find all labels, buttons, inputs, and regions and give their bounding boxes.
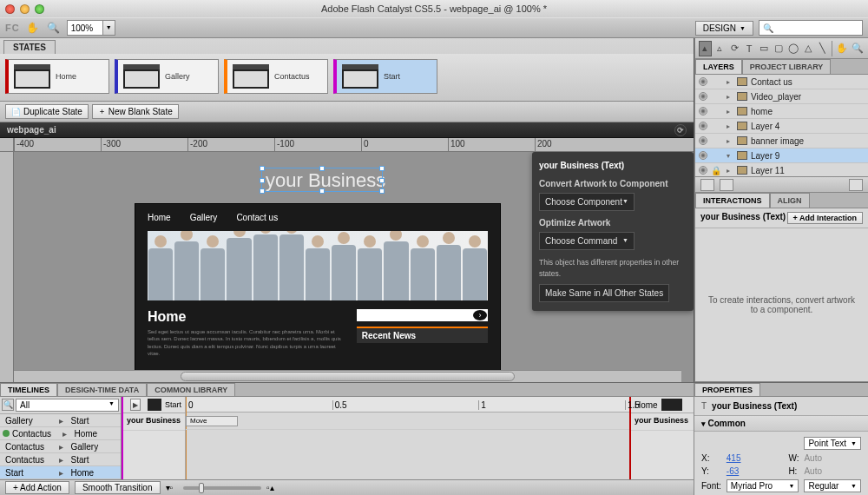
zoom-out-icon[interactable]: ▾▫ bbox=[166, 483, 174, 492]
triangle-tool-icon[interactable]: △ bbox=[801, 41, 814, 56]
text-type-dropdown[interactable]: Point Text▼ bbox=[804, 437, 861, 450]
magnify-tool-icon[interactable]: 🔍 bbox=[46, 20, 62, 36]
help-search-input[interactable]: 🔍 bbox=[759, 20, 863, 36]
refresh-icon[interactable]: ⟳ bbox=[674, 124, 687, 136]
right-panels: ▴ ▵ ⟳ T ▭ ▢ ◯ △ ╲ ✋ 🔍 LAYERS PROJECT LIB… bbox=[694, 38, 868, 382]
transform-tool-icon[interactable]: ⟳ bbox=[728, 41, 741, 56]
play-button[interactable]: ▶ bbox=[130, 399, 141, 411]
visibility-icon[interactable] bbox=[699, 107, 707, 116]
h-label: H: bbox=[788, 466, 799, 476]
timeline-bar-move[interactable]: Move bbox=[186, 416, 238, 426]
visibility-icon[interactable] bbox=[699, 136, 707, 145]
new-layer-icon[interactable] bbox=[700, 179, 714, 191]
state-home[interactable]: Home bbox=[5, 59, 109, 94]
font-label: Font: bbox=[701, 481, 721, 491]
zoom-tool-icon[interactable]: 🔍 bbox=[851, 41, 865, 56]
select-tool-icon[interactable]: ▴ bbox=[699, 41, 712, 56]
ruler-horizontal: -400-300-200-1000100200300400 bbox=[14, 138, 694, 152]
page-search[interactable]: › bbox=[357, 309, 488, 321]
chevron-down-icon[interactable]: ▼ bbox=[102, 21, 115, 35]
selection-outline bbox=[261, 168, 383, 192]
layer-home[interactable]: ▸home bbox=[695, 104, 868, 119]
delete-layer-icon[interactable] bbox=[849, 179, 863, 191]
ellipse-tool-icon[interactable]: ◯ bbox=[786, 41, 799, 56]
tab-interactions[interactable]: INTERACTIONS bbox=[695, 193, 770, 208]
filter-icon[interactable]: 🔍 bbox=[2, 399, 14, 411]
ruler-origin[interactable] bbox=[0, 138, 14, 152]
visibility-icon[interactable] bbox=[699, 166, 707, 175]
transition-row[interactable]: Gallery▸Start bbox=[0, 414, 121, 427]
font-weight-dropdown[interactable]: Regular▼ bbox=[804, 479, 861, 492]
y-value[interactable]: -63 bbox=[727, 466, 784, 476]
document-name: webpage_ai bbox=[7, 125, 56, 135]
text-tool-icon[interactable]: T bbox=[743, 41, 756, 56]
common-section-header[interactable]: ▾ Common bbox=[694, 416, 868, 432]
interactions-empty-message: To create interactions, convert artwork … bbox=[695, 228, 868, 381]
tab-timelines[interactable]: TIMELINES bbox=[0, 383, 57, 396]
visibility-icon[interactable] bbox=[699, 151, 707, 160]
go-icon[interactable]: › bbox=[473, 310, 487, 320]
zoom-control[interactable]: ▼ bbox=[67, 20, 115, 36]
hand-tool-icon-2[interactable]: ✋ bbox=[835, 41, 849, 56]
state-gallery[interactable]: Gallery bbox=[115, 59, 219, 94]
tab-design-time-data[interactable]: DESIGN-TIME DATA bbox=[57, 383, 147, 396]
nav-contact[interactable]: Contact us bbox=[236, 213, 278, 222]
tab-project-library[interactable]: PROJECT LIBRARY bbox=[742, 59, 832, 74]
optimize-artwork-dropdown[interactable]: Choose Command▼ bbox=[539, 232, 635, 250]
playhead[interactable] bbox=[186, 397, 187, 479]
new-blank-state-button[interactable]: ＋ New Blank State bbox=[92, 104, 179, 119]
layer-11[interactable]: 🔒▸Layer 11 bbox=[695, 163, 868, 177]
hand-tool-icon[interactable]: ✋ bbox=[25, 20, 41, 36]
smooth-transition-button[interactable]: Smooth Transition bbox=[75, 481, 161, 494]
tab-layers[interactable]: LAYERS bbox=[695, 59, 742, 74]
lock-icon[interactable]: 🔒 bbox=[711, 166, 720, 175]
tab-properties[interactable]: PROPERTIES bbox=[694, 383, 760, 396]
nav-gallery[interactable]: Gallery bbox=[190, 213, 218, 222]
transition-row[interactable]: Contactus▸Gallery bbox=[0, 440, 121, 453]
layer-4[interactable]: ▸Layer 4 bbox=[695, 119, 868, 134]
timelines-panel: TIMELINES DESIGN-TIME DATA COMMON LIBRAR… bbox=[0, 383, 694, 495]
add-interaction-button[interactable]: + Add Interaction bbox=[787, 212, 863, 224]
zoom-in-icon[interactable]: ▫▴ bbox=[266, 483, 274, 492]
zoom-input[interactable] bbox=[68, 23, 102, 33]
states-tab[interactable]: STATES bbox=[3, 40, 56, 54]
folder-icon bbox=[737, 77, 747, 86]
tab-common-library[interactable]: COMMON LIBRARY bbox=[147, 383, 235, 396]
from-state-column: ▶ Start your Business bbox=[122, 397, 186, 479]
hud-panel: your Business (Text) Convert Artwork to … bbox=[532, 152, 694, 311]
timeline-zoom-slider[interactable] bbox=[183, 486, 261, 490]
transition-row[interactable]: Contactus▸Home bbox=[0, 427, 121, 440]
tab-align[interactable]: ALIGN bbox=[770, 193, 810, 208]
round-rect-tool-icon[interactable]: ▢ bbox=[773, 41, 786, 56]
font-family-dropdown[interactable]: Myriad Pro▼ bbox=[727, 479, 799, 492]
workspace-switcher[interactable]: DESIGN▼ bbox=[695, 21, 753, 36]
page-body-text: Sed eget lectus ut augue accumsan iaculi… bbox=[148, 328, 345, 358]
layer-banner-image[interactable]: ▸banner image bbox=[695, 134, 868, 148]
timeline-tracks[interactable]: 0 0.5 1 1.5 Move bbox=[186, 397, 629, 479]
make-same-button[interactable]: Make Same in All Other States bbox=[539, 284, 669, 302]
layer-contactus[interactable]: ▸Contact us bbox=[695, 75, 868, 89]
state-start[interactable]: Start bbox=[333, 59, 437, 94]
state-contactus[interactable]: Contactus bbox=[224, 59, 328, 94]
canvas-scrollbar[interactable] bbox=[14, 370, 681, 382]
direct-select-tool-icon[interactable]: ▵ bbox=[713, 41, 727, 56]
visibility-icon[interactable] bbox=[699, 77, 707, 86]
transition-row[interactable]: Contactus▸Start bbox=[0, 453, 121, 466]
nav-home[interactable]: Home bbox=[148, 213, 171, 222]
layer-9[interactable]: ▾Layer 9 bbox=[695, 148, 868, 163]
duplicate-state-button[interactable]: 📄 Duplicate State bbox=[5, 104, 89, 119]
transition-row[interactable]: Start▸Home bbox=[0, 466, 121, 479]
add-action-button[interactable]: + Add Action bbox=[5, 481, 69, 494]
convert-component-dropdown[interactable]: Choose Component▼ bbox=[539, 193, 635, 211]
filter-dropdown[interactable]: All▼ bbox=[16, 399, 119, 412]
layers-footer bbox=[695, 177, 868, 193]
rect-tool-icon[interactable]: ▭ bbox=[758, 41, 771, 56]
layer-video-player[interactable]: ▸Video_player bbox=[695, 89, 868, 104]
new-sublayer-icon[interactable] bbox=[720, 179, 733, 191]
line-tool-icon[interactable]: ╲ bbox=[816, 41, 829, 56]
visibility-icon[interactable] bbox=[699, 92, 707, 101]
visibility-icon[interactable] bbox=[699, 122, 707, 130]
x-value[interactable]: 415 bbox=[727, 453, 784, 463]
interactions-panel-tabs: INTERACTIONS ALIGN bbox=[695, 193, 868, 208]
canvas[interactable]: -400-300-200-1000100200300400 your Busin… bbox=[0, 138, 694, 382]
